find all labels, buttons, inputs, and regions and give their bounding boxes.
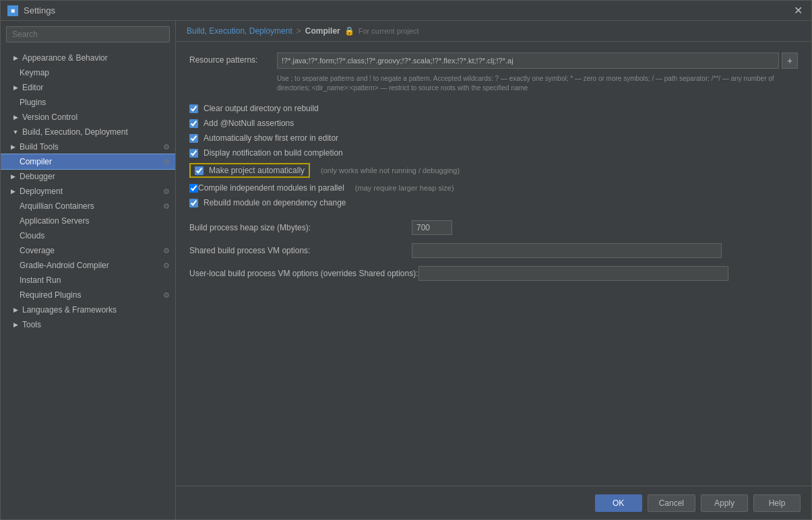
display-notification-label: Display notification on build completion <box>204 148 343 158</box>
settings-icon: ⚙ <box>163 261 170 270</box>
sidebar-item-clouds[interactable]: Clouds <box>1 228 175 243</box>
resource-input-area: + <box>277 53 798 69</box>
resource-patterns-input[interactable] <box>277 53 779 69</box>
window-title: Settings <box>24 5 791 15</box>
arrow-icon <box>11 54 20 62</box>
user-local-vm-row: User-local build process VM options (ove… <box>189 262 798 285</box>
user-local-vm-label: User-local build process VM options (ove… <box>189 269 418 278</box>
add-notnull-checkbox[interactable] <box>189 119 198 128</box>
make-project-checkbox[interactable] <box>195 166 204 175</box>
settings-icon: ⚙ <box>163 202 170 211</box>
content-area: Appearance & Behavior Keymap Editor Plug… <box>1 21 811 519</box>
make-project-label: Make project automatically <box>209 166 305 175</box>
resource-patterns-row: Resource patterns: + <box>189 53 798 69</box>
lock-icon: 🔒 <box>344 26 354 36</box>
arrow-icon <box>9 143 17 151</box>
sidebar-item-tools[interactable]: Tools <box>1 317 175 332</box>
breadcrumb-note: For current project <box>358 27 419 35</box>
sidebar-item-appearance[interactable]: Appearance & Behavior <box>1 51 175 65</box>
settings-icon: ⚙ <box>163 187 170 196</box>
sidebar-item-gradle-android[interactable]: Gradle-Android Compiler ⚙ <box>1 258 175 273</box>
settings-icon: ⚙ <box>163 143 170 152</box>
sidebar-item-editor[interactable]: Editor <box>1 80 175 95</box>
sidebar-item-version-control[interactable]: Version Control <box>1 110 175 125</box>
arrow-icon <box>9 172 17 181</box>
sidebar-item-plugins[interactable]: Plugins <box>1 95 175 110</box>
app-icon: ■ <box>7 5 18 16</box>
sidebar-item-coverage[interactable]: Coverage ⚙ <box>1 243 175 258</box>
sidebar-item-keymap[interactable]: Keymap <box>1 65 175 80</box>
settings-icon: ⚙ <box>163 158 170 166</box>
sidebar-item-instant-run[interactable]: Instant Run <box>1 273 175 288</box>
arrow-icon <box>11 128 20 136</box>
breadcrumb-separator: > <box>296 26 301 36</box>
settings-window: ■ Settings ✕ Appearance & Behavior Keyma… <box>0 0 812 520</box>
close-button[interactable]: ✕ <box>791 4 805 17</box>
nav-tree: Appearance & Behavior Keymap Editor Plug… <box>1 48 175 519</box>
compile-parallel-row[interactable]: Compile independent modules in parallel … <box>189 181 798 195</box>
rebuild-module-row[interactable]: Rebuild module on dependency change <box>189 195 798 210</box>
compile-parallel-note: (may require larger heap size) <box>355 184 454 192</box>
bottom-bar: OK Cancel Apply Help <box>176 486 811 519</box>
help-button[interactable]: Help <box>753 494 801 512</box>
sidebar-item-required-plugins[interactable]: Required Plugins ⚙ <box>1 288 175 302</box>
make-project-container[interactable]: Make project automatically <box>189 163 310 178</box>
compile-parallel-checkbox[interactable] <box>189 184 198 193</box>
sidebar-item-deployment[interactable]: Deployment ⚙ <box>1 184 175 199</box>
breadcrumb: Build, Execution, Deployment > Compiler … <box>176 21 811 42</box>
apply-button[interactable]: Apply <box>701 494 748 512</box>
add-notnull-row[interactable]: Add @NotNull assertions <box>189 116 798 131</box>
settings-content: Resource patterns: + Use ; to separate p… <box>176 42 811 486</box>
shared-vm-row: Shared build process VM options: <box>189 239 798 262</box>
sidebar: Appearance & Behavior Keymap Editor Plug… <box>1 21 176 519</box>
heap-size-label: Build process heap size (Mbytes): <box>189 223 412 232</box>
clear-output-label: Clear output directory on rebuild <box>204 104 319 113</box>
add-notnull-label: Add @NotNull assertions <box>204 119 294 128</box>
sidebar-item-debugger[interactable]: Debugger <box>1 169 175 184</box>
search-input[interactable] <box>6 26 170 42</box>
clear-output-checkbox[interactable] <box>189 104 198 113</box>
auto-show-error-checkbox[interactable] <box>189 134 198 143</box>
display-notification-checkbox[interactable] <box>189 149 198 158</box>
main-panel: Build, Execution, Deployment > Compiler … <box>176 21 811 519</box>
title-bar: ■ Settings ✕ <box>1 1 811 21</box>
breadcrumb-current: Compiler <box>305 26 340 36</box>
breadcrumb-path: Build, Execution, Deployment <box>187 26 292 36</box>
sidebar-item-build-execution[interactable]: Build, Execution, Deployment <box>1 125 175 139</box>
auto-show-error-label: Automatically show first error in editor <box>204 133 338 143</box>
display-notification-row[interactable]: Display notification on build completion <box>189 145 798 160</box>
resource-add-button[interactable]: + <box>782 53 798 69</box>
shared-vm-label: Shared build process VM options: <box>189 246 412 255</box>
rebuild-module-checkbox[interactable] <box>189 199 198 207</box>
sidebar-item-app-servers[interactable]: Application Servers <box>1 214 175 228</box>
heap-size-row: Build process heap size (Mbytes): <box>189 216 798 239</box>
heap-size-input[interactable] <box>412 220 452 235</box>
make-project-row: Make project automatically (only works w… <box>189 160 798 181</box>
arrow-icon <box>11 113 20 121</box>
clear-output-row[interactable]: Clear output directory on rebuild <box>189 101 798 116</box>
make-project-note: (only works while not running / debuggin… <box>321 166 460 174</box>
rebuild-module-label: Rebuild module on dependency change <box>204 198 346 207</box>
cancel-button[interactable]: Cancel <box>648 494 695 512</box>
compile-parallel-label: Compile independent modules in parallel <box>198 183 344 193</box>
user-local-vm-input[interactable] <box>418 266 728 281</box>
settings-icon: ⚙ <box>163 247 170 255</box>
arrow-icon <box>11 321 20 329</box>
arrow-icon <box>11 306 20 314</box>
arrow-icon <box>11 84 20 92</box>
arrow-icon <box>9 187 17 195</box>
resource-patterns-label: Resource patterns: <box>189 53 277 65</box>
ok-button[interactable]: OK <box>595 494 642 512</box>
sidebar-item-languages[interactable]: Languages & Frameworks <box>1 302 175 317</box>
sidebar-item-build-tools[interactable]: Build Tools ⚙ <box>1 139 175 154</box>
settings-icon: ⚙ <box>163 291 170 300</box>
shared-vm-input[interactable] <box>412 243 722 258</box>
sidebar-item-compiler[interactable]: Compiler ⚙ <box>1 154 175 169</box>
resource-patterns-hint: Use ; to separate patterns and ! to nega… <box>277 74 798 93</box>
sidebar-item-arquillian[interactable]: Arquillian Containers ⚙ <box>1 199 175 214</box>
auto-show-error-row[interactable]: Automatically show first error in editor <box>189 131 798 145</box>
